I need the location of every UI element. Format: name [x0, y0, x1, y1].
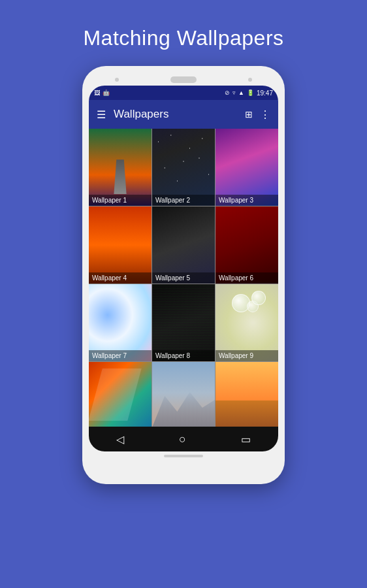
status-bar: 🖼 🤖 ⊘ ▿ ▲ 🔋 19:47: [89, 86, 278, 100]
phone-screen: 🖼 🤖 ⊘ ▿ ▲ 🔋 19:47 ☰ Wallpapers ⊞ ⋮ Wallp…: [89, 86, 278, 451]
app-title: Wallpapers: [114, 108, 237, 121]
phone-camera-area: [89, 73, 278, 86]
wp10-shape: [89, 368, 142, 421]
list-item[interactable]: Wallpaper 2: [152, 129, 215, 206]
notification-icon: 🖼: [94, 90, 100, 96]
list-item[interactable]: Wallpaper 12: [215, 362, 278, 427]
signal-icon: ▲: [238, 90, 244, 96]
phone-mockup: 🖼 🤖 ⊘ ▿ ▲ 🔋 19:47 ☰ Wallpapers ⊞ ⋮ Wallp…: [82, 66, 285, 484]
status-bar-left: 🖼 🤖: [94, 90, 110, 96]
wallpaper-label: Wallpaper 2: [152, 195, 215, 206]
list-item[interactable]: Wallpaper 8: [152, 284, 215, 361]
status-time: 19:47: [257, 90, 273, 97]
wp2-detail: [152, 129, 215, 194]
more-options-button[interactable]: ⋮: [260, 108, 270, 121]
wifi-icon: ▿: [232, 90, 236, 96]
home-button[interactable]: [179, 433, 186, 446]
wallpaper-grid: Wallpaper 1 Wallpaper 2 Wallpaper 3 Wall…: [89, 129, 278, 427]
bubble3: [251, 291, 266, 305]
recent-button[interactable]: [241, 433, 251, 446]
list-item[interactable]: Wallpaper 5: [152, 206, 215, 284]
wallpaper-label: Wallpaper 7: [89, 350, 152, 361]
wallpaper-label: Wallpaper 8: [152, 350, 215, 361]
wallpaper-label: Wallpaper 9: [215, 350, 278, 361]
app-bar: ☰ Wallpapers ⊞ ⋮: [89, 100, 278, 129]
battery-icon: 🔋: [247, 90, 254, 96]
wallpaper-label: Wallpaper 1: [89, 195, 152, 206]
list-item[interactable]: Wallpaper 1: [89, 129, 152, 206]
back-button[interactable]: [116, 433, 124, 446]
nav-bar: [89, 427, 278, 451]
wallpaper-label: Wallpaper 5: [152, 272, 215, 284]
list-item[interactable]: Wallpaper 4: [89, 206, 152, 284]
list-item[interactable]: Wallpaper 6: [215, 206, 278, 284]
wallpaper-label: Wallpaper 6: [215, 272, 278, 284]
list-item[interactable]: Wallpaper 11: [152, 362, 215, 427]
list-item[interactable]: Wallpaper 10: [89, 362, 152, 427]
android-icon: 🤖: [103, 90, 110, 96]
menu-button[interactable]: ☰: [97, 108, 106, 121]
wp12-sky: [215, 362, 278, 400]
grid-view-button[interactable]: ⊞: [245, 109, 252, 120]
camera-dot: [115, 78, 119, 82]
wallpaper-label: Wallpaper 4: [89, 272, 152, 284]
speaker: [170, 76, 197, 83]
home-indicator: [164, 455, 203, 457]
wp1-detail: [114, 159, 126, 194]
list-item[interactable]: Wallpaper 9: [215, 284, 278, 361]
list-item[interactable]: Wallpaper 7: [89, 284, 152, 361]
wallpaper-label: Wallpaper 3: [215, 195, 278, 206]
sensor-dot: [248, 78, 252, 82]
list-item[interactable]: Wallpaper 3: [215, 129, 278, 206]
wp11-mountains: [152, 388, 215, 427]
page-title: Matching Wallpapers: [83, 26, 283, 50]
phone-bottom: [89, 451, 278, 461]
no-sim-icon: ⊘: [225, 90, 230, 96]
